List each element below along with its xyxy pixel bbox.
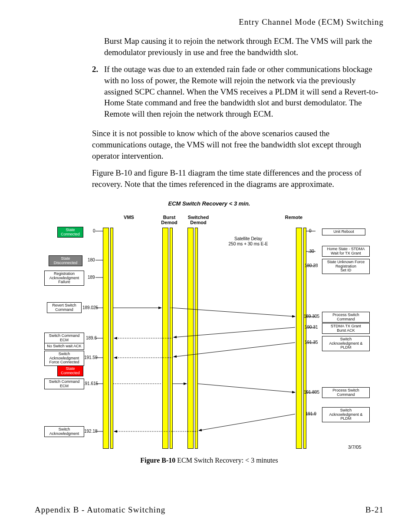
box-reg-ack-fail: Registration Acknowledgment Failure (44, 271, 84, 286)
box-state-connected-2: State Connected (57, 366, 83, 377)
satellite-delay-note: Satellite Delay 250 ms + 30 ms E-E (218, 236, 279, 247)
svg-line-25 (198, 384, 295, 392)
tick-r6: 191.895 (304, 390, 319, 395)
box-process-switch: Process Switch Command (322, 312, 370, 323)
page-footer: Appendix B - Automatic Switching B-21 (35, 505, 384, 515)
tick-l3: 189.025 (82, 305, 98, 310)
box-state-connected: State Connected (57, 227, 83, 238)
figure-caption-text: ECM Switch Recovery: < 3 minutes (175, 457, 278, 464)
list-item-2: 2. If the outage was due to an extended … (92, 64, 384, 119)
box-switch-cmd-ecm-2: Switch Command ECM (44, 379, 84, 390)
tick-l7: 192.18 (84, 429, 98, 434)
tick-r3: 189.305 (304, 314, 319, 319)
body-text: Burst Map causing it to rejoin the netwo… (104, 36, 384, 190)
tick-l5: 191.59 (84, 355, 98, 360)
box-switch-ack: Switch Acknowledgment (44, 426, 84, 437)
box-process-switch-2: Process Switch Command (322, 387, 370, 398)
box-revert-switch: Revert Switch Command (47, 302, 82, 313)
box-state-disconnected: State Disconnected (49, 255, 82, 267)
tick-r0: 0 (309, 228, 312, 233)
tick-r7: 191.9 (306, 411, 316, 416)
box-unit-reboot: Unit Reboot (322, 228, 365, 235)
box-switch-ack-force: Switch Acknowledgment Force Connected (44, 351, 84, 366)
box-switch-ack-pldm-2: Switch Acknowledgment & PLDM (322, 407, 370, 423)
tick-l1: 180 (88, 258, 95, 262)
box-state-unknown: State Unknown Force Registration Set ID (322, 259, 370, 274)
list-text: If the outage was due to an extended rai… (104, 65, 378, 118)
svg-line-19 (174, 327, 295, 337)
svg-line-18 (173, 308, 295, 317)
para-3: Figure B-10 and figure B-11 diagram the … (92, 167, 384, 189)
tick-r5: 191.35 (305, 340, 318, 345)
figure-caption: Figure B-10 ECM Switch Recovery: < 3 min… (35, 457, 384, 464)
box-no-switch-wait-ack: No Switch wait ACK (44, 343, 84, 350)
para-continuation: Burst Map causing it to rejoin the netwo… (104, 36, 384, 58)
footer-left: Appendix B - Automatic Switching (35, 505, 165, 515)
para-2: Since it is not possible to know which o… (92, 128, 384, 161)
page-header: Entry Channel Mode (ECM) Switching (35, 17, 384, 27)
box-switch-cmd-ecm: Switch Command ECM (44, 333, 84, 344)
footer-right: B-21 (365, 505, 384, 515)
figure-number: Figure B-10 (140, 457, 175, 464)
diagram-title: ECM Switch Recovery < 3 min. (35, 200, 384, 207)
sequence-diagram: VMS Burst Demod Switched Demod Remote (44, 210, 374, 453)
svg-line-21 (174, 343, 295, 357)
tick-r1: .30 (308, 249, 314, 254)
list-number: 2. (92, 64, 98, 75)
tick-l0: 0 (93, 228, 95, 233)
diagram-date: 3/7/05 (348, 444, 361, 450)
box-stdma-tx-grant: STDMA TX Grant Burst ACK (322, 323, 370, 334)
tick-l6: 191.615 (82, 381, 98, 386)
tick-l4: 189.6 (86, 336, 97, 340)
box-home-state: Home State - STDMA Wait for TX Grant (322, 246, 370, 257)
tick-l2: 189 (88, 275, 95, 280)
tick-r2: 180.28 (305, 263, 318, 268)
svg-line-26 (199, 414, 295, 431)
tick-r4: 190.31 (305, 325, 318, 330)
box-switch-ack-pldm: Switch Acknowledgment & PLDM (322, 336, 370, 352)
